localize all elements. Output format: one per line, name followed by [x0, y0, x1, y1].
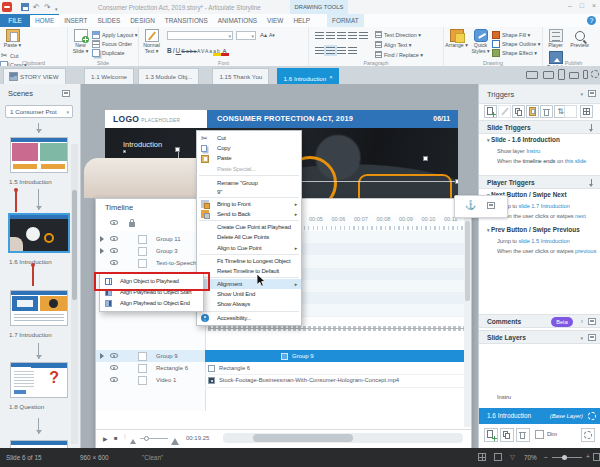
grow-font-icon[interactable]: A▴: [260, 32, 267, 38]
expand-icon[interactable]: [100, 353, 107, 359]
trigger-group-title[interactable]: ▾ Slide - 1.6 Introduction: [479, 136, 600, 143]
scene-thumbnail-1-7-introduction[interactable]: [10, 290, 68, 326]
trigger-line[interactable]: Jump to slide 1.7 Introduction: [497, 203, 600, 209]
new-slide-button[interactable]: New Slide ▾: [69, 29, 92, 54]
shape-outline-button[interactable]: Shape Outline ▾: [492, 39, 540, 48]
edit-trigger-icon[interactable]: [498, 105, 511, 118]
help-icon[interactable]: ?: [587, 16, 596, 25]
timeline-zoom-slider[interactable]: [140, 438, 168, 439]
new-trigger-icon[interactable]: [484, 105, 497, 118]
tab-design[interactable]: DESIGN: [125, 14, 160, 27]
play-button[interactable]: ▶: [103, 435, 108, 442]
menu-item-alignment[interactable]: Alignment▸: [197, 279, 301, 289]
section-player-triggers[interactable]: Player Triggers: [479, 175, 600, 189]
eye-icon[interactable]: [110, 353, 118, 358]
trigger-line[interactable]: When the user clicks or swipes previous: [497, 248, 600, 254]
orange-rounded-rect-shape[interactable]: [358, 174, 452, 198]
track-checkbox[interactable]: [138, 364, 147, 373]
section-slide-triggers[interactable]: Slide Triggers: [479, 120, 600, 134]
comments-dock-icon[interactable]: [588, 318, 596, 325]
selected-track-bar[interactable]: Group 9: [205, 350, 471, 362]
trigger-link[interactable]: previous: [575, 248, 596, 254]
device-desktop-icon[interactable]: [526, 71, 538, 79]
tab-file[interactable]: FILE: [0, 14, 30, 27]
shrink-font-icon[interactable]: A▾: [269, 32, 275, 38]
selection-handle[interactable]: [423, 156, 428, 161]
undo-icon[interactable]: ↶: [33, 3, 40, 12]
scene-thumbnail-1-6-introduction[interactable]: [8, 213, 70, 253]
scene-thumbnail-1-8-question[interactable]: ?: [10, 362, 68, 398]
duplicate-button[interactable]: Duplicate: [92, 48, 137, 57]
chevron-down-icon[interactable]: ▾: [580, 91, 583, 97]
comments-panel-header[interactable]: Comments Beta ‹: [479, 314, 600, 328]
delete-trigger-icon[interactable]: [540, 105, 553, 118]
menu-item-rename[interactable]: Rename "Group9": [197, 177, 301, 196]
settings-gear-icon[interactable]: [591, 70, 599, 78]
menu-item-bring-to-front[interactable]: Bring to Front▸: [197, 199, 301, 209]
selection-handle[interactable]: [455, 179, 458, 184]
trigger-link[interactable]: next: [575, 213, 586, 219]
timeline-horizontal-scrollbar[interactable]: [223, 433, 463, 443]
highlight-color-icon[interactable]: ab: [213, 48, 221, 56]
pin-icon[interactable]: [589, 124, 594, 132]
base-layer-row-selected[interactable]: 1.6 Introduction (Base Layer): [479, 408, 600, 424]
trigger-line[interactable]: Show layer Instru: [497, 148, 600, 154]
align-center-icon[interactable]: [326, 47, 335, 54]
tab-1-15-thank-you[interactable]: 1.15 Thank You: [212, 68, 269, 84]
expand-icon[interactable]: [100, 248, 107, 254]
player-button[interactable]: Player: [544, 29, 567, 49]
paste-button[interactable]: Paste ▾: [1, 29, 24, 49]
font-name-combo[interactable]: ▾: [167, 31, 233, 40]
eye-icon[interactable]: [110, 365, 118, 370]
selection-handle[interactable]: [175, 147, 180, 152]
copy-trigger-icon[interactable]: [512, 105, 525, 118]
trigger-link[interactable]: slide 1.7 Introduction: [518, 203, 569, 209]
collapse-icon[interactable]: ‹: [581, 315, 583, 329]
menu-item-paste[interactable]: Paste: [197, 153, 301, 163]
tab-1-1-welcome[interactable]: 1.1 Welcome: [84, 68, 134, 84]
trigger-link[interactable]: this slide: [565, 158, 587, 164]
layer-item[interactable]: Instru: [497, 394, 600, 400]
align-right-icon[interactable]: [337, 47, 346, 54]
layer-gear-button[interactable]: [581, 428, 595, 442]
menu-item-copy[interactable]: Copy: [197, 143, 301, 153]
save-icon[interactable]: [21, 3, 29, 11]
gear-icon[interactable]: [588, 412, 596, 420]
timeline-vertical-scrollbar[interactable]: [464, 217, 471, 427]
qat-dropdown-icon[interactable]: ▾: [55, 5, 58, 14]
eye-icon[interactable]: [110, 220, 118, 225]
track-checkbox[interactable]: [138, 259, 147, 268]
trigger-group-title[interactable]: ▾ Prev Button / Swipe Previous: [479, 226, 600, 233]
menu-item-align-to-cue-point[interactable]: Align to Cue Point▸: [197, 243, 301, 253]
close-icon[interactable]: ×: [329, 74, 332, 80]
track-row-rectangle-6[interactable]: Rectangle 6: [96, 362, 205, 374]
tab-view[interactable]: VIEW: [262, 14, 288, 27]
maximize-button[interactable]: □: [580, 2, 584, 9]
zoom-out-timeline-icon[interactable]: [130, 436, 136, 444]
text-direction-button[interactable]: Text Direction ▾: [375, 31, 421, 38]
menu-item-fit-timeline-to-longest-object[interactable]: Fit Timeline to Longest Object: [197, 256, 301, 266]
redo-icon[interactable]: ↷: [44, 3, 51, 12]
selection-handle[interactable]: [123, 150, 126, 153]
tab-insert[interactable]: INSERT: [59, 14, 92, 27]
apply-layout-button[interactable]: Apply Layout ▾: [92, 30, 137, 39]
scenes-dock-icon[interactable]: [62, 90, 70, 97]
shape-fill-button[interactable]: Shape Fill ▾: [492, 30, 540, 39]
menu-item-show-always[interactable]: Show Always: [197, 299, 301, 309]
paste-trigger-icon[interactable]: [526, 105, 539, 118]
menu-item-paste-special-[interactable]: Paste Special...: [197, 164, 301, 174]
track-row-video-1[interactable]: Video 1: [96, 374, 205, 386]
line-spacing-icon[interactable]: [359, 32, 368, 39]
font-style-abc-button[interactable]: abc: [186, 48, 197, 54]
device-phone-icon[interactable]: [583, 70, 588, 79]
indent-right-icon[interactable]: [348, 32, 357, 39]
filter-icon[interactable]: ▽: [510, 453, 515, 461]
focus-order-button[interactable]: Focus Order: [92, 39, 137, 48]
tab-story-view[interactable]: STORY VIEW: [3, 68, 66, 84]
font-style-aa-button[interactable]: Aa: [205, 48, 213, 54]
menu-item-create-cue-point-at-playhead[interactable]: Create Cue Point at Playhead: [197, 222, 301, 232]
arrange-button[interactable]: Arrange ▾: [445, 29, 468, 49]
lock-icon[interactable]: [129, 222, 135, 227]
submenu-item-align-playhead-to-object-end[interactable]: Align Playhead to Object End: [100, 298, 203, 309]
grid-view-icon[interactable]: [478, 453, 486, 461]
